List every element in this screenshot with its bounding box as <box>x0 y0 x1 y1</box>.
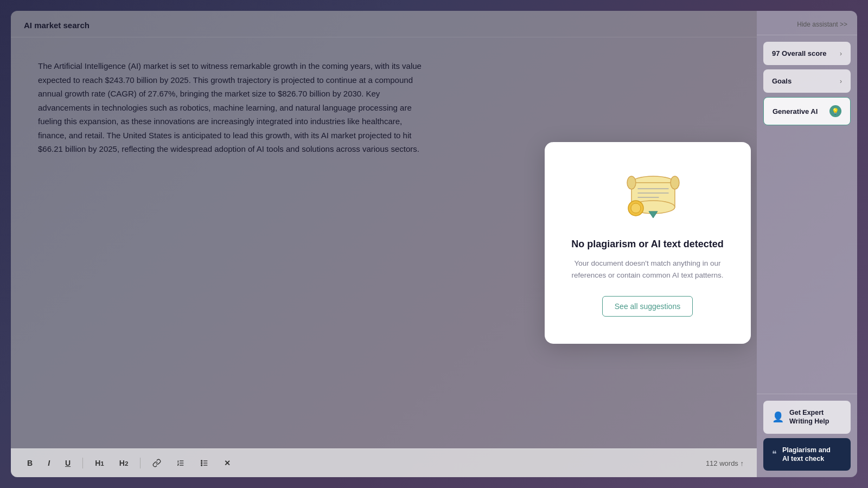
heading2-button[interactable]: H2 <box>116 457 132 470</box>
generative-ai-label: Generative AI <box>773 107 818 115</box>
expert-help-icon: 👤 <box>772 411 784 423</box>
expert-help-button[interactable]: 👤 Get ExpertWriting Help <box>763 401 851 434</box>
svg-point-18 <box>201 463 202 464</box>
overall-score-label: 97 Overall score <box>772 49 826 57</box>
word-count: 112 words ↑ <box>706 459 744 467</box>
svg-point-7 <box>631 203 641 213</box>
unordered-list-button[interactable] <box>197 457 212 470</box>
bold-button[interactable]: B <box>24 457 36 470</box>
svg-marker-8 <box>649 211 658 218</box>
document-text: The Artificial Intelligence (AI) market … <box>38 59 429 156</box>
underline-button[interactable]: U <box>62 457 74 470</box>
goals-card[interactable]: Goals › <box>763 69 851 93</box>
toolbar-divider-2 <box>140 458 141 468</box>
overall-score-card[interactable]: 97 Overall score › <box>763 42 851 65</box>
link-button[interactable] <box>149 457 164 470</box>
plagiarism-modal: No plagiarism or AI text detected Your d… <box>545 142 751 344</box>
svg-point-19 <box>201 465 202 466</box>
see-suggestions-button[interactable]: See all suggestions <box>602 296 693 317</box>
editor-content-area: The Artificial Intelligence (AI) market … <box>11 37 757 448</box>
editor-header: AI market search <box>11 11 757 37</box>
goals-label: Goals <box>772 77 792 85</box>
svg-point-10 <box>671 176 679 189</box>
goals-chevron: › <box>840 78 842 85</box>
editor-panel: AI market search The Artificial Intellig… <box>11 11 757 477</box>
hide-assistant-button[interactable]: Hide assistant >> <box>797 21 847 28</box>
editor-title: AI market search <box>24 21 90 30</box>
modal-title: No plagiarism or AI text detected <box>571 239 723 250</box>
sidebar-bottom: 👤 Get ExpertWriting Help ❝ Plagiarism an… <box>757 394 857 477</box>
sidebar-header: Hide assistant >> <box>757 11 857 35</box>
overlay-area: No plagiarism or AI text detected Your d… <box>456 37 757 448</box>
heading1-button[interactable]: H1 <box>92 457 107 470</box>
plagiarism-btn-text: Plagiarism andAI text check <box>782 446 831 464</box>
ordered-list-button[interactable] <box>173 457 188 470</box>
sidebar-content: 97 Overall score › Goals › Generative AI… <box>757 35 857 394</box>
plagiarism-illustration <box>615 169 680 223</box>
svg-point-9 <box>627 176 636 189</box>
toolbar-divider-1 <box>82 458 83 468</box>
editor-toolbar: B I U H1 H2 ✕ 112 words ↑ <box>11 448 757 477</box>
sidebar: Hide assistant >> 97 Overall score › Goa… <box>757 11 857 477</box>
clear-format-button[interactable]: ✕ <box>221 457 234 470</box>
overall-score-chevron: › <box>840 50 842 57</box>
generative-ai-card[interactable]: Generative AI 💡 <box>763 97 851 125</box>
generative-ai-badge: 💡 <box>829 105 841 117</box>
plagiarism-check-button[interactable]: ❝ Plagiarism andAI text check <box>763 438 851 471</box>
expert-help-text: Get ExpertWriting Help <box>789 408 829 426</box>
plagiarism-quote-icon: ❝ <box>772 449 777 459</box>
editor-text-section: The Artificial Intelligence (AI) market … <box>11 37 456 448</box>
italic-button[interactable]: I <box>44 457 53 470</box>
modal-description: Your document doesn't match anything in … <box>566 258 729 281</box>
svg-point-17 <box>201 460 202 461</box>
